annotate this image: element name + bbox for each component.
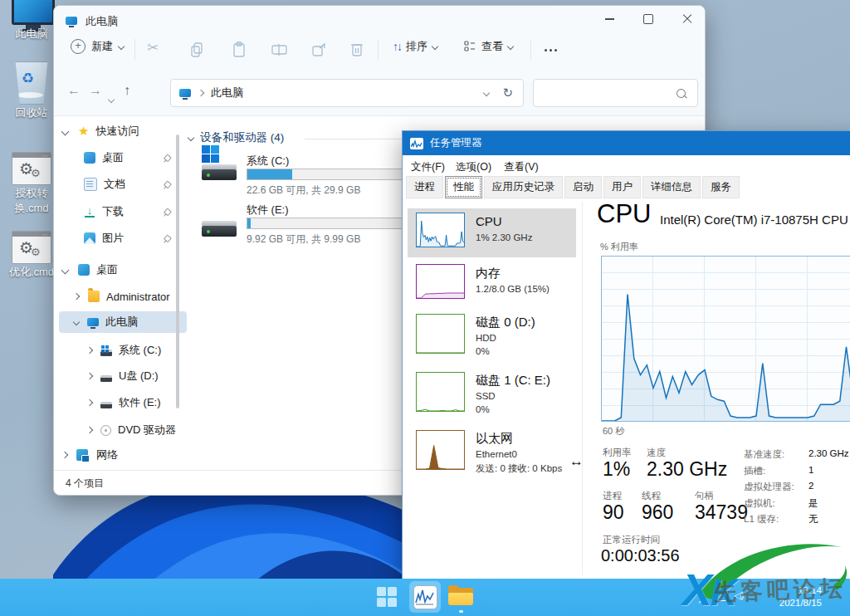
- sidebar-item-downloads[interactable]: ↓ 下载: [84, 201, 170, 222]
- desktop-icon-recycle-bin[interactable]: ♻: [13, 61, 50, 105]
- tray-display-icon[interactable]: [716, 591, 728, 601]
- cpu-item-title[interactable]: CPU: [476, 214, 502, 228]
- drive-e-info: 9.92 GB 可用, 共 9.99 GB: [247, 232, 360, 247]
- cmd-gear-icon: ⋯ ⚙⚙: [12, 152, 51, 185]
- chevron-down-icon: [432, 43, 438, 50]
- sidebar-item-drive-c[interactable]: 系统 (C:): [87, 340, 161, 361]
- tab-details[interactable]: 详细信息: [642, 176, 701, 198]
- menu-view[interactable]: 查看(V): [504, 160, 539, 174]
- rename-icon[interactable]: [271, 42, 288, 58]
- taskmgr-tabs: 进程 性能 应用历史记录 启动 用户 详细信息 服务: [406, 176, 740, 198]
- panel-divider[interactable]: [582, 202, 583, 575]
- taskbar-item-explorer[interactable]: [448, 586, 473, 606]
- chevron-down-icon: [507, 43, 514, 50]
- disk1-sparkline: [416, 372, 465, 412]
- sidebar-item-desktop-tree[interactable]: 桌面: [62, 259, 118, 281]
- delete-icon[interactable]: [349, 42, 364, 58]
- perf-item-cpu[interactable]: [416, 213, 465, 251]
- paste-icon[interactable]: [232, 42, 247, 58]
- new-button[interactable]: + 新建: [71, 39, 124, 54]
- explorer-running-indicator: [459, 610, 463, 613]
- drive-e-name[interactable]: 软件 (E:): [247, 203, 289, 218]
- desktop-folder-icon: [84, 152, 95, 164]
- forward-button[interactable]: →: [89, 83, 102, 98]
- sort-button[interactable]: ↑↓ 排序: [393, 39, 437, 54]
- address-dropdown-chevron[interactable]: [483, 90, 490, 96]
- tab-users[interactable]: 用户: [603, 176, 641, 198]
- taskmgr-titlebar[interactable]: 任务管理器: [403, 131, 850, 155]
- sidebar-item-drive-d[interactable]: U盘 (D:): [87, 365, 159, 387]
- view-button[interactable]: 查看: [463, 39, 513, 54]
- view-layout-icon: [463, 40, 476, 53]
- refresh-icon[interactable]: ↻: [502, 86, 513, 100]
- tab-performance[interactable]: 性能: [445, 176, 482, 198]
- cpu-usage-chart: [601, 256, 850, 422]
- tab-services[interactable]: 服务: [702, 176, 740, 198]
- copy-icon[interactable]: [190, 42, 205, 58]
- breadcrumb-location[interactable]: 此电脑: [211, 86, 243, 100]
- search-icon: [677, 89, 686, 98]
- task-manager-window: 任务管理器 文件(F) 选项(O) 查看(V) 进程 性能 应用历史记录 启动 …: [402, 130, 850, 580]
- expand-chevron-icon: [61, 452, 68, 458]
- close-button[interactable]: [673, 10, 701, 28]
- desktop-icon-optimize-cmd-label[interactable]: 优化.cmd: [4, 265, 59, 280]
- maximize-button[interactable]: [634, 10, 662, 28]
- minimize-icon: [605, 18, 614, 19]
- desktop-icon-auth-cmd[interactable]: ⋯ ⚙⚙: [12, 152, 51, 185]
- address-bar[interactable]: 此电脑 ↻: [170, 79, 524, 107]
- chart-y-label: % 利用率: [600, 241, 638, 253]
- sidebar-item-administrator[interactable]: Administrator: [74, 286, 170, 307]
- perf-item-memory[interactable]: [416, 264, 465, 302]
- sidebar-item-documents[interactable]: 文档: [84, 174, 170, 195]
- drive-icon: [202, 210, 237, 238]
- back-button[interactable]: ←: [67, 83, 81, 98]
- sidebar-item-pictures[interactable]: 图片: [84, 227, 170, 249]
- tray-volume-icon[interactable]: ◁): [734, 590, 744, 601]
- menu-file[interactable]: 文件(F): [411, 160, 445, 174]
- tray-chevron-up[interactable]: [700, 594, 705, 609]
- sidebar-label: 图片: [102, 231, 124, 246]
- disk1-item-title[interactable]: 磁盘 1 (C: E:): [476, 373, 550, 389]
- taskbar-item-taskmgr[interactable]: [409, 581, 441, 613]
- ethernet-item-title[interactable]: 以太网: [476, 431, 513, 447]
- clock[interactable]: 16:14 2021/8/15: [760, 584, 822, 609]
- tab-processes[interactable]: 进程: [406, 176, 443, 198]
- sidebar-item-this-pc[interactable]: 此电脑: [59, 311, 187, 333]
- tab-app-history[interactable]: 应用历史记录: [484, 176, 563, 198]
- sidebar-item-desktop-pinned[interactable]: 桌面: [84, 147, 170, 169]
- desktop-icon-optimize-cmd[interactable]: ⋯ ⚙⚙: [12, 231, 51, 264]
- drive-item-c[interactable]: [202, 154, 237, 182]
- threads-value: 960: [642, 501, 673, 524]
- drive-c-name[interactable]: 系统 (C:): [247, 154, 289, 169]
- menu-options[interactable]: 选项(O): [456, 160, 491, 174]
- quick-access-label: 快速访问: [95, 124, 139, 139]
- cut-icon[interactable]: ✂: [147, 39, 159, 56]
- drive-c-info: 22.6 GB 可用, 共 29.9 GB: [247, 183, 360, 198]
- search-box[interactable]: [533, 79, 698, 107]
- perf-item-ethernet[interactable]: [416, 430, 465, 473]
- sidebar-item-drive-e[interactable]: 软件 (E:): [87, 392, 161, 413]
- taskmgr-window-title: 任务管理器: [430, 136, 482, 150]
- memory-item-title[interactable]: 内存: [476, 266, 501, 281]
- minimize-button[interactable]: [595, 10, 623, 28]
- devices-group-header[interactable]: 设备和驱动器 (4): [188, 130, 284, 145]
- disk0-item-title[interactable]: 磁盘 0 (D:): [476, 315, 535, 330]
- sidebar-scrollbar[interactable]: [176, 134, 179, 408]
- perf-item-disk0[interactable]: [416, 314, 465, 357]
- perf-item-disk1[interactable]: [416, 372, 465, 415]
- drive-icon: [100, 375, 112, 382]
- more-options-button[interactable]: [545, 49, 557, 51]
- sidebar-item-quick-access[interactable]: ★ 快速访问: [62, 120, 139, 142]
- share-icon[interactable]: [311, 42, 328, 58]
- tab-startup[interactable]: 启动: [564, 176, 602, 198]
- desktop-icon-auth-cmd-label[interactable]: 授权转换.cmd: [4, 186, 59, 216]
- sidebar-item-network[interactable]: 网络: [62, 444, 118, 466]
- sidebar-label: 系统 (C:): [119, 343, 161, 358]
- recent-locations-chevron[interactable]: [109, 90, 114, 105]
- l1-cache-label: L1 缓存:: [744, 513, 779, 526]
- drive-item-e[interactable]: [202, 210, 237, 238]
- start-button[interactable]: [377, 587, 397, 607]
- up-button[interactable]: ↑: [124, 83, 130, 98]
- handles-label: 句柄: [695, 490, 714, 502]
- sidebar-item-dvd[interactable]: DVD 驱动器: [87, 419, 176, 441]
